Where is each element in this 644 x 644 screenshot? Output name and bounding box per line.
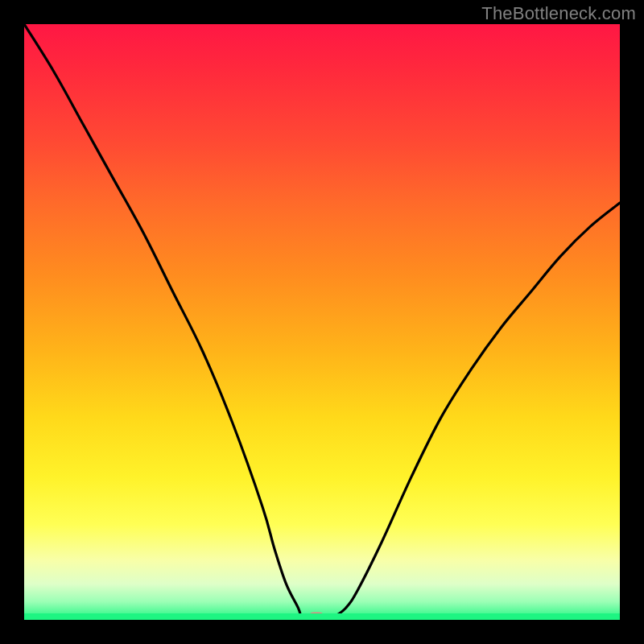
plot-area: [24, 24, 620, 620]
green-baseline: [24, 613, 620, 620]
watermark-text: TheBottleneck.com: [481, 3, 636, 24]
bottleneck-curve: [24, 24, 620, 620]
chart-frame: TheBottleneck.com: [0, 0, 644, 644]
